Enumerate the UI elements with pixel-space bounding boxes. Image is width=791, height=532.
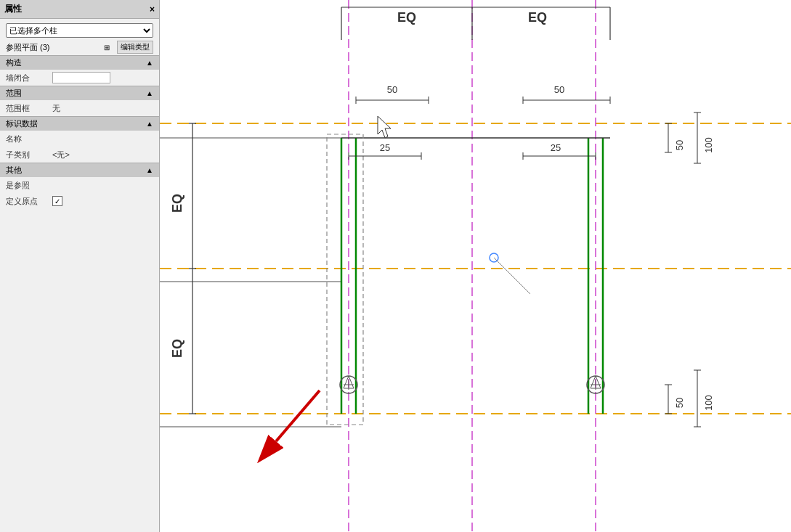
wall-close-input[interactable] xyxy=(52,72,110,83)
panel-dropdown-row: 已选择多个柱 xyxy=(0,22,159,39)
chevron-up-icon-4: ▲ xyxy=(146,166,153,174)
dim-100-right-top: 100 xyxy=(703,137,714,153)
properties-panel: 属性 × 已选择多个柱 参照平面 (3) ⊞ 编辑类型 构造 ▲ 墙闭合 范围 … xyxy=(0,0,160,532)
drag-handle-line xyxy=(494,258,530,294)
is-ref-label: 是参照 xyxy=(6,180,49,191)
range-box-value: 无 xyxy=(52,103,60,114)
define-origin-label: 定义原点 xyxy=(6,196,49,207)
dim-50-top-right: 50 xyxy=(554,84,564,95)
chevron-up-icon: ▲ xyxy=(146,59,153,67)
section-header-id-data[interactable]: 标识数据 ▲ xyxy=(0,116,159,131)
section-header-construction[interactable]: 构造 ▲ xyxy=(0,55,159,70)
dim-25-left: 25 xyxy=(380,142,390,153)
chevron-up-icon-3: ▲ xyxy=(146,120,153,128)
wall-close-row: 墙闭合 xyxy=(0,70,159,86)
range-box-label: 范围框 xyxy=(6,103,49,114)
is-ref-row: 是参照 xyxy=(0,177,159,193)
drawing-canvas: EQ EQ EQ EQ 50 50 25 25 xyxy=(160,0,791,532)
section-label-construction: 构造 xyxy=(6,57,22,68)
eq-label-left-top: EQ xyxy=(170,194,184,213)
dim-25-right: 25 xyxy=(551,142,561,153)
panel-title: 属性 xyxy=(4,3,22,15)
edit-type-button[interactable]: 编辑类型 xyxy=(117,41,153,54)
section-header-range[interactable]: 范围 ▲ xyxy=(0,86,159,100)
main-canvas: EQ EQ EQ EQ 50 50 25 25 xyxy=(160,0,791,532)
name-label: 名称 xyxy=(6,134,49,144)
panel-content: 已选择多个柱 参照平面 (3) ⊞ 编辑类型 构造 ▲ 墙闭合 范围 ▲ 范围框… xyxy=(0,19,159,532)
define-origin-checkbox[interactable]: ✓ xyxy=(52,196,62,206)
name-row: 名称 xyxy=(0,131,159,147)
wall-close-label: 墙闭合 xyxy=(6,73,49,83)
checkmark-icon: ✓ xyxy=(54,197,60,205)
section-header-other[interactable]: 其他 ▲ xyxy=(0,163,159,177)
mouse-cursor xyxy=(378,116,391,138)
dim-50-right-top: 50 xyxy=(674,140,685,150)
close-button[interactable]: × xyxy=(150,4,155,15)
eq-label-left-bottom: EQ xyxy=(170,339,184,358)
section-label-other: 其他 xyxy=(6,165,22,176)
subtype-row: 子类别 <无> xyxy=(0,147,159,163)
define-origin-row: 定义原点 ✓ xyxy=(0,193,159,209)
range-box-row: 范围框 无 xyxy=(0,100,159,116)
dim-100-right-bottom: 100 xyxy=(703,395,714,411)
dim-50-top-left: 50 xyxy=(387,84,397,95)
subtype-value: <无> xyxy=(52,150,70,160)
section-label-id-data: 标识数据 xyxy=(6,118,38,129)
selection-dashed-box xyxy=(327,134,363,425)
chevron-up-icon-2: ▲ xyxy=(146,89,153,97)
grid-icon: ⊞ xyxy=(104,44,110,52)
ref-plane-label: 参照平面 (3) xyxy=(6,42,101,53)
section-label-range: 范围 xyxy=(6,88,22,99)
subtype-label: 子类别 xyxy=(6,150,49,160)
eq-label-top-left: EQ xyxy=(397,10,416,25)
eq-label-top-right: EQ xyxy=(528,10,547,25)
multi-select-dropdown[interactable]: 已选择多个柱 xyxy=(6,23,153,38)
ref-plane-row: 参照平面 (3) ⊞ 编辑类型 xyxy=(0,39,159,55)
panel-titlebar: 属性 × xyxy=(0,0,159,19)
dim-50-right-bottom: 50 xyxy=(674,398,685,408)
